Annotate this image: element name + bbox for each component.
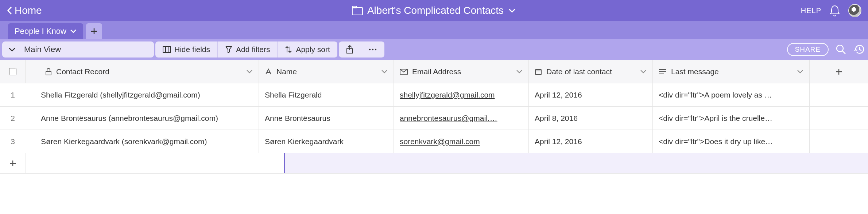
add-filters-label: Add filters (236, 45, 270, 54)
chevron-down-icon (246, 70, 253, 74)
home-button[interactable]: Home (7, 5, 42, 16)
svg-point-11 (369, 49, 371, 50)
funnel-icon (225, 46, 232, 53)
text-icon (265, 68, 272, 75)
help-button[interactable]: HELP (801, 7, 821, 15)
app-header: Home Albert's Complicated Contacts HELP (0, 0, 868, 21)
chevron-down-icon (70, 29, 77, 33)
cell-last-message[interactable]: <div dir="ltr">Does it dry up like… (653, 130, 810, 153)
cell-value: Søren Kierkegaardvark (sorenkvark@gmail.… (41, 137, 207, 146)
row-number: 1 (0, 83, 26, 106)
avatar[interactable] (848, 4, 861, 17)
bell-icon[interactable] (829, 5, 840, 16)
column-label: Last message (671, 67, 719, 76)
row-number: 2 (0, 107, 26, 130)
add-field-button[interactable] (810, 60, 868, 83)
add-filters-button[interactable]: Add filters (218, 41, 278, 58)
column-header-date[interactable]: Date of last contact (529, 60, 653, 83)
svg-rect-1 (352, 6, 357, 8)
view-switcher[interactable]: Main View (2, 41, 154, 58)
cell-last-message[interactable]: <div dir="ltr">A poem lovely as … (653, 83, 810, 106)
grid-footer-rest (26, 153, 868, 173)
hide-fields-button[interactable]: Hide fields (155, 41, 218, 58)
share-up-icon (346, 45, 353, 54)
header-right: HELP (801, 4, 861, 17)
add-table-button[interactable] (86, 23, 102, 39)
cell-blank (810, 83, 868, 106)
column-label: Contact Record (56, 67, 109, 76)
svg-rect-0 (352, 8, 363, 15)
column-header-contact-record[interactable]: Contact Record (26, 60, 259, 83)
plus-icon (90, 28, 98, 35)
sort-icon (285, 45, 292, 54)
chevron-down-icon (640, 70, 647, 74)
tab-label: People I Know (15, 27, 66, 36)
grid-footer (0, 153, 868, 174)
apply-sort-button[interactable]: Apply sort (278, 41, 337, 58)
cell-value: Anne Brontësaurus (annebrontesaurus@gmai… (41, 114, 218, 123)
select-all-checkbox[interactable] (9, 68, 16, 75)
table-row[interactable]: 2 Anne Brontësaurus (annebrontesaurus@gm… (0, 107, 868, 130)
column-label: Date of last contact (546, 67, 612, 76)
folder-icon (352, 6, 363, 15)
cell-name[interactable]: Søren Kierkegaardvark (259, 130, 394, 153)
cell-blank (810, 107, 868, 130)
cell-email[interactable]: annebrontesaurus@gmail.… (394, 107, 529, 130)
add-row-button[interactable] (0, 153, 26, 173)
cell-date[interactable]: April 12, 2016 (529, 83, 653, 106)
chevron-down-icon (8, 47, 16, 52)
columns-icon (163, 46, 171, 53)
column-header-name[interactable]: Name (259, 60, 394, 83)
cell-name[interactable]: Anne Brontësaurus (259, 107, 394, 130)
plus-icon (9, 160, 16, 167)
table-row[interactable]: 3 Søren Kierkegaardvark (sorenkvark@gmai… (0, 130, 868, 153)
cell-email[interactable]: shellyjfitzgerald@gmail.com (394, 83, 529, 106)
email-link[interactable]: annebrontesaurus@gmail.… (400, 114, 497, 123)
cell-name[interactable]: Shella Fitzgerald (259, 83, 394, 106)
calendar-icon (535, 68, 542, 75)
base-title-button[interactable]: Albert's Complicated Contacts (352, 5, 516, 16)
grid-header-row: Contact Record Name Email Address Date o… (0, 60, 868, 83)
hide-fields-label: Hide fields (174, 45, 210, 54)
svg-point-12 (372, 49, 373, 50)
row-number: 3 (0, 130, 26, 153)
view-name: Main View (24, 45, 61, 54)
cell-value: Shella Fitzgerald (shellyjfitzgerald@gma… (41, 91, 200, 99)
select-all-cell[interactable] (0, 60, 26, 83)
column-header-last-message[interactable]: Last message (653, 60, 810, 83)
svg-point-13 (375, 49, 376, 50)
cell-date[interactable]: April 12, 2016 (529, 130, 653, 153)
cell-email[interactable]: sorenkvark@gmail.com (394, 130, 529, 153)
cell-contact-record[interactable]: Søren Kierkegaardvark (sorenkvark@gmail.… (26, 130, 259, 153)
tab-people-i-know[interactable]: People I Know (8, 23, 83, 39)
more-menu-button[interactable] (361, 41, 384, 58)
svg-rect-4 (163, 47, 170, 52)
column-header-email[interactable]: Email Address (394, 60, 529, 83)
svg-rect-19 (535, 70, 541, 75)
base-title: Albert's Complicated Contacts (367, 5, 504, 16)
view-tools: Hide fields Add filters Apply sort (155, 41, 337, 58)
longtext-icon (659, 69, 667, 75)
history-button[interactable] (853, 43, 866, 56)
plus-icon (835, 68, 842, 75)
chevron-down-icon (797, 70, 803, 74)
search-button[interactable] (835, 44, 847, 55)
share-button[interactable]: SHARE (787, 43, 829, 56)
table-row[interactable]: 1 Shella Fitzgerald (shellyjfitzgerald@g… (0, 83, 868, 107)
cell-blank (810, 130, 868, 153)
cell-last-message[interactable]: <div dir="ltr">April is the cruelle… (653, 107, 810, 130)
table-tabs: People I Know (0, 21, 868, 39)
email-link[interactable]: shellyjfitzgerald@gmail.com (400, 91, 495, 99)
export-button[interactable] (339, 41, 361, 58)
grid-body: 1 Shella Fitzgerald (shellyjfitzgerald@g… (0, 83, 868, 153)
svg-line-15 (842, 51, 845, 54)
email-link[interactable]: sorenkvark@gmail.com (400, 137, 480, 146)
cell-contact-record[interactable]: Shella Fitzgerald (shellyjfitzgerald@gma… (26, 83, 259, 106)
toolbar-right: SHARE (787, 43, 866, 56)
column-label: Email Address (412, 67, 461, 76)
home-label: Home (15, 5, 42, 16)
cell-date[interactable]: April 8, 2016 (529, 107, 653, 130)
lock-icon (45, 68, 52, 75)
chevron-down-icon (508, 8, 516, 13)
cell-contact-record[interactable]: Anne Brontësaurus (annebrontesaurus@gmai… (26, 107, 259, 130)
